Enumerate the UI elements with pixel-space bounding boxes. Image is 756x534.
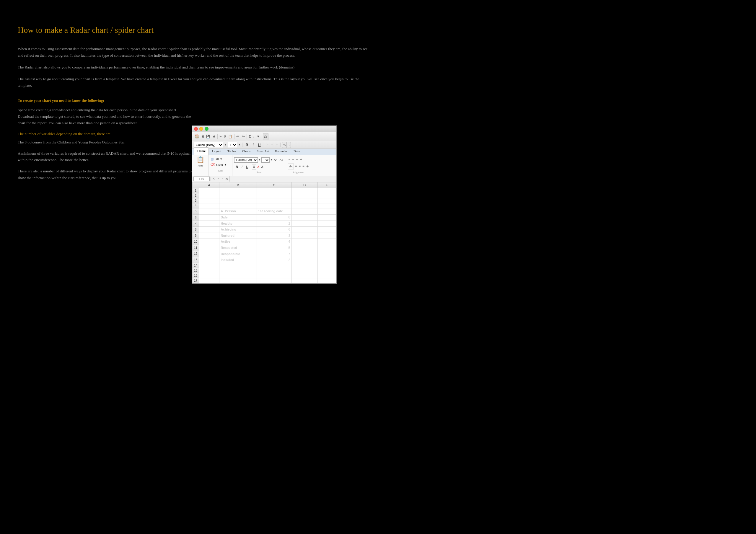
close-button[interactable] bbox=[194, 127, 198, 131]
tab-charts[interactable]: Charts bbox=[239, 148, 254, 155]
align-center-ribbon-icon[interactable]: ≡ bbox=[294, 163, 298, 170]
cell-c9[interactable]: 3 bbox=[256, 233, 291, 239]
indent-icon[interactable]: → bbox=[303, 157, 308, 162]
merge-icon[interactable]: ⊕ bbox=[306, 164, 309, 169]
underline-ribbon[interactable]: U bbox=[245, 165, 250, 169]
cell-c11[interactable]: 5 bbox=[256, 245, 291, 251]
maximize-button[interactable] bbox=[205, 127, 208, 131]
font-color-icon[interactable]: A bbox=[260, 164, 264, 169]
align-left-ribbon-icon[interactable]: abc bbox=[288, 164, 294, 170]
borders-icon[interactable]: ⊞ bbox=[252, 164, 256, 170]
save-icon[interactable]: 💾 bbox=[205, 133, 211, 140]
cell-c5[interactable]: 1st scoring date bbox=[256, 208, 291, 215]
align-right-icon[interactable]: ≡ bbox=[275, 142, 279, 148]
cell-c13[interactable]: 2 bbox=[256, 257, 291, 263]
row-header-12: 12 bbox=[193, 251, 199, 257]
italic-button[interactable]: I bbox=[251, 142, 256, 147]
table-row: 10 Active 4 bbox=[193, 239, 337, 245]
clear-chevron-icon[interactable]: ▼ bbox=[224, 163, 227, 167]
cell-b11[interactable]: Respected bbox=[219, 245, 256, 251]
row-header-11: 11 bbox=[193, 245, 199, 251]
font-smaller-icon[interactable]: A↓ bbox=[279, 157, 284, 163]
font-size-dropdown-icon[interactable]: ▼ bbox=[270, 158, 273, 162]
undo-icon[interactable]: ↩ bbox=[235, 133, 240, 140]
cell-c6[interactable]: 8 bbox=[256, 214, 291, 221]
col-header-e[interactable]: E bbox=[317, 182, 336, 188]
row-header-14: 14 bbox=[193, 263, 199, 268]
cell-reference[interactable] bbox=[193, 176, 210, 181]
col-header-c[interactable]: C bbox=[256, 182, 291, 188]
additional-text-2: There are also a number of different way… bbox=[18, 168, 192, 181]
cell-b12[interactable]: Responsible bbox=[219, 251, 256, 257]
font-name-select[interactable]: Calibri (Body) bbox=[194, 142, 223, 148]
row-header-9: 9 bbox=[193, 233, 199, 239]
col-header-b[interactable]: B bbox=[219, 182, 256, 188]
justify-icon[interactable]: ≡ bbox=[302, 163, 305, 170]
formula-input[interactable] bbox=[231, 176, 335, 181]
font-dropdown-icon[interactable]: ▼ bbox=[258, 158, 261, 162]
sum-icon[interactable]: Σ bbox=[248, 133, 252, 140]
italic-ribbon[interactable]: I bbox=[240, 165, 244, 169]
paste-big-icon[interactable]: 📋 bbox=[196, 156, 204, 163]
align-middle-icon[interactable]: ≡ bbox=[292, 156, 295, 163]
filter-icon[interactable]: ▼ bbox=[256, 133, 261, 140]
row-header-15: 15 bbox=[193, 268, 199, 273]
paste-icon-toolbar[interactable]: 📋 bbox=[228, 133, 233, 140]
cell-b10[interactable]: Active bbox=[219, 239, 256, 245]
tab-formulas[interactable]: Formulas bbox=[272, 148, 291, 155]
number-format-icon[interactable]: % bbox=[282, 142, 287, 148]
table-row: 2 bbox=[193, 193, 337, 199]
comma-format-icon[interactable]: , bbox=[288, 142, 291, 148]
font-size-select[interactable]: 12 bbox=[228, 142, 237, 148]
cut-icon[interactable]: ✂ bbox=[219, 133, 223, 140]
cell-b13[interactable]: Included bbox=[219, 257, 256, 263]
fx-icon[interactable]: fx bbox=[263, 133, 268, 140]
copy-icon[interactable]: ⎘ bbox=[223, 133, 227, 140]
align-top-icon[interactable]: ≡ bbox=[288, 156, 291, 163]
tab-tables[interactable]: Tables bbox=[225, 148, 239, 155]
row-header-2: 2 bbox=[193, 193, 199, 199]
tab-home[interactable]: Home bbox=[194, 147, 209, 155]
cell-b9[interactable]: Nurtured bbox=[219, 233, 256, 239]
table-row: 14 bbox=[193, 263, 337, 268]
redo-icon[interactable]: ↪ bbox=[241, 133, 246, 140]
sort-icon[interactable]: ↕ bbox=[252, 134, 256, 140]
tab-data[interactable]: Data bbox=[291, 148, 303, 155]
row-header-8: 8 bbox=[193, 227, 199, 233]
bold-button[interactable]: B bbox=[244, 142, 250, 147]
col-header-a[interactable]: A bbox=[199, 182, 219, 188]
align-bottom-icon[interactable]: ≡ bbox=[295, 156, 299, 163]
bold-ribbon[interactable]: B bbox=[234, 165, 239, 169]
print-icon[interactable]: 🖨 bbox=[211, 133, 216, 140]
cell-c10[interactable]: 4 bbox=[256, 239, 291, 245]
fill-color-icon[interactable]: A bbox=[256, 164, 260, 169]
cell-b6[interactable]: Safe bbox=[219, 214, 256, 221]
tab-layout[interactable]: Layout bbox=[209, 148, 224, 155]
align-right-ribbon-icon[interactable]: ≡ bbox=[298, 163, 301, 170]
align-left-icon[interactable]: ≡ bbox=[266, 142, 270, 148]
cell-c7[interactable]: 2 bbox=[256, 221, 291, 227]
font-larger-icon[interactable]: A↑ bbox=[273, 157, 278, 163]
font-size-ribbon[interactable]: 12 bbox=[261, 157, 270, 163]
page-container: How to make a Radar chart / spider chart… bbox=[0, 0, 756, 534]
home-icon[interactable]: 🏠 bbox=[194, 133, 200, 140]
font-name-ribbon[interactable]: Calibri (Body) bbox=[234, 157, 258, 163]
col-header-d[interactable]: D bbox=[291, 182, 317, 188]
clear-label[interactable]: Clear bbox=[216, 162, 223, 168]
cell-c12[interactable]: 7 bbox=[256, 251, 291, 257]
formula-cancel-icon[interactable]: ✕ bbox=[212, 176, 216, 181]
grid-icon[interactable]: ⊞ bbox=[201, 133, 205, 140]
underline-button[interactable]: U bbox=[256, 142, 262, 147]
cell-b5[interactable]: A. Person bbox=[219, 208, 256, 215]
align-center-icon[interactable]: ≡ bbox=[270, 142, 274, 148]
wrap-text-icon[interactable]: ↵ bbox=[299, 157, 303, 162]
formula-expand-icon[interactable]: ◦ bbox=[221, 176, 224, 181]
formula-confirm-icon[interactable]: ✓ bbox=[216, 176, 220, 181]
fill-chevron-icon[interactable]: ▼ bbox=[220, 157, 222, 161]
tab-smartart[interactable]: SmartArt bbox=[254, 148, 272, 155]
cell-b7[interactable]: Healthy bbox=[219, 221, 256, 227]
cell-c8[interactable]: 6 bbox=[256, 227, 291, 233]
fill-label[interactable]: Fill bbox=[214, 156, 219, 162]
cell-b8[interactable]: Achieving bbox=[219, 227, 256, 233]
minimize-button[interactable] bbox=[199, 127, 203, 131]
